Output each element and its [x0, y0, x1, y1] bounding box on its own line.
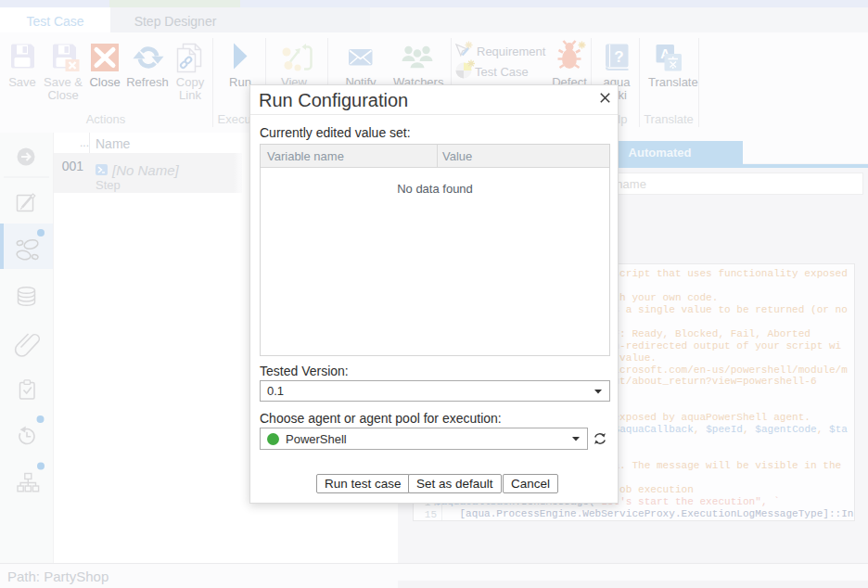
svg-text:?: ? [614, 48, 623, 66]
